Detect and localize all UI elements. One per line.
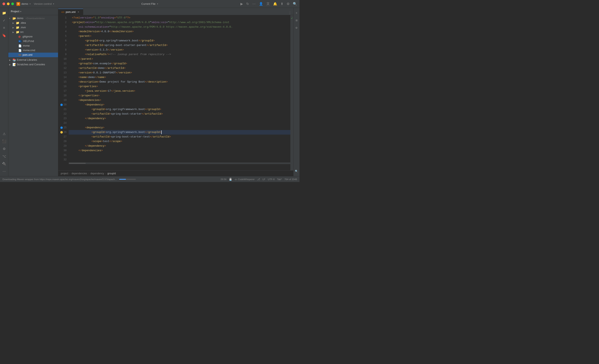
line-num-3: 3 [58, 25, 67, 29]
code-line-1: <?xml version="1.0" encoding="UTF-8"?> [69, 16, 290, 20]
tree-item-gitignore[interactable]: ▶ ⊘ .gitignore [8, 34, 58, 39]
sidebar-plugins-icon[interactable]: 🔌 [1, 160, 8, 167]
tree-item-mvn[interactable]: ▶ 📁 .mvn [8, 25, 58, 30]
code-text: <!-- lookup parent from repository --> [109, 52, 171, 57]
breadcrumb-sep-1: › [88, 172, 89, 175]
code-text: encoding [101, 16, 114, 20]
maximize-button[interactable] [11, 2, 14, 5]
share-icon[interactable]: ⬆ [281, 2, 283, 6]
code-text: > [104, 130, 106, 134]
code-text: </ [145, 80, 148, 84]
run-icon[interactable]: ▶ [240, 2, 243, 6]
breadcrumb-item-2[interactable]: dependency [90, 172, 104, 175]
code-text: < [79, 34, 80, 38]
sidebar-git-icon[interactable]: ⌥ [1, 153, 8, 160]
statusbar-charset[interactable]: UTF-8 [268, 178, 275, 181]
settings-icon[interactable]: ⚙ [287, 2, 290, 6]
tree-item-src[interactable]: ▶ 📁 src [8, 30, 58, 34]
current-file-selector[interactable]: Current File ▾ [141, 2, 158, 5]
search-icon[interactable]: 🔍 [293, 2, 297, 6]
statusbar-position[interactable]: 26:56 [220, 178, 227, 181]
sidebar-terminal-icon[interactable]: ⬛ [1, 138, 8, 145]
statusbar-memory[interactable]: 💾 [229, 178, 232, 181]
breadcrumb-item-1[interactable]: dependencies [71, 172, 87, 175]
line-num-31: 31 [58, 153, 67, 158]
code-text: spring-boot-starter-parent [104, 43, 147, 48]
horizontal-scrollbar[interactable] [69, 162, 290, 164]
tree-item-pomxml[interactable]: ▶ </> pom.xml [8, 53, 58, 57]
translate-icon[interactable]: 文 [266, 2, 270, 6]
tree-item-idea[interactable]: ▶ 📁 .idea [8, 21, 58, 25]
tree-item-mvnw[interactable]: ▶ 📄 mvnw [8, 44, 58, 48]
code-text: artifactId [80, 66, 96, 71]
line-num-13: 13 [58, 71, 67, 75]
code-text: groupId [80, 61, 91, 66]
right-sidebar-icon-3[interactable]: ⚙ [293, 25, 300, 31]
sidebar-structure-icon[interactable]: ≡ [1, 25, 8, 31]
sidebar-project-icon[interactable]: 📁 [1, 9, 8, 16]
code-text: </ [111, 89, 114, 93]
code-text: </ [95, 75, 98, 80]
statusbar-plugin[interactable]: -o- CodeWhisperer [234, 178, 255, 181]
tab-pomxml[interactable]: </> pom.xml ✕ [58, 9, 83, 15]
close-button[interactable] [2, 2, 5, 5]
code-line-22: <artifactId>spring-boot-starter</artifac… [69, 112, 290, 116]
tree-item-extlibs[interactable]: ▶ 📚 External Libraries [8, 58, 58, 62]
profile-icon[interactable]: 👤 [259, 2, 263, 6]
code-text: > [87, 75, 88, 80]
sidebar-more-icon[interactable]: ⋯ [1, 168, 8, 175]
code-text: spring-boot-starter [111, 112, 142, 116]
code-text: < [79, 29, 80, 34]
code-text: relativePath [87, 52, 106, 57]
tree-label-demo: demo [17, 17, 23, 20]
code-text: artifactId [87, 43, 103, 48]
code-text: =" [91, 16, 95, 20]
tree-item-demo[interactable]: ▾ 📂 demo ~/Downloads/demo [8, 16, 58, 21]
folder-icon: 📂 [12, 17, 16, 20]
code-text [72, 103, 85, 107]
tree-item-mvnwcmd[interactable]: ▶ 📄 mvnw.cmd [8, 48, 58, 53]
breadcrumb-item-3[interactable]: groupId [107, 172, 116, 175]
version-control-selector[interactable]: Version control ▾ [34, 2, 54, 5]
statusbar-encoding[interactable]: LF [263, 178, 265, 181]
sidebar-services-icon[interactable]: ⚙ [1, 145, 8, 152]
code-text: < [79, 71, 80, 75]
notification-icon[interactable]: 🔔 [273, 2, 277, 6]
tab-close-button[interactable]: ✕ [77, 10, 80, 14]
sidebar-problems-icon[interactable]: ⚠ [1, 130, 8, 137]
more-icon[interactable]: ⋯ [252, 2, 255, 6]
bulb-gutter-icon-26[interactable] [60, 131, 63, 133]
sidebar-commit-icon[interactable]: ✓ [1, 17, 8, 24]
code-text: > [104, 144, 106, 148]
code-text: < [79, 80, 80, 84]
code-text: > [96, 84, 98, 89]
code-content[interactable]: <?xml version="1.0" encoding="UTF-8"?> <… [69, 15, 290, 170]
right-sidebar-icon-2[interactable]: ⊞ [293, 17, 300, 24]
tree-item-helpmd[interactable]: ▶ M↓ HELP.md [8, 39, 58, 44]
code-text [72, 84, 79, 89]
code-text: parent [80, 34, 90, 38]
project-selector[interactable]: D demo ▾ [17, 2, 31, 6]
sidebar-bookmarks-icon[interactable]: 🔖 [1, 32, 8, 39]
right-sidebar-icon-1[interactable]: ≡ [293, 9, 300, 16]
right-sidebar-icon-4[interactable]: 🔍 [293, 168, 300, 175]
code-text: dependencies [82, 148, 101, 153]
breadcrumb-item-0[interactable]: project [61, 172, 68, 175]
line-num-19: 19 [58, 98, 67, 103]
statusbar-lines[interactable]: 764 of 2048 [284, 178, 297, 181]
code-text: > [104, 116, 106, 121]
code-text: > [90, 34, 91, 38]
tree-item-scratches[interactable]: ▶ 📝 Scratches and Consoles [8, 62, 58, 67]
code-text: </ [108, 48, 111, 52]
statusbar-indent[interactable]: Tab* [277, 178, 282, 181]
code-text: 3.1.5 [100, 48, 108, 52]
code-text [72, 130, 91, 134]
tabs-more-button[interactable]: ⋮ [288, 11, 291, 15]
sync-icon[interactable]: ↻ [246, 2, 249, 6]
code-editor[interactable]: 1 2 3 4 5 6 7 8 9 10 11 12 13 14 15 16 1… [58, 15, 293, 170]
scrollbar-thumb[interactable] [69, 163, 86, 164]
tab-name: pom.xml [66, 11, 76, 14]
minimize-button[interactable] [7, 2, 9, 5]
code-text: dependencies [80, 98, 100, 103]
statusbar-git-icon[interactable]: ⎇ [257, 178, 260, 181]
